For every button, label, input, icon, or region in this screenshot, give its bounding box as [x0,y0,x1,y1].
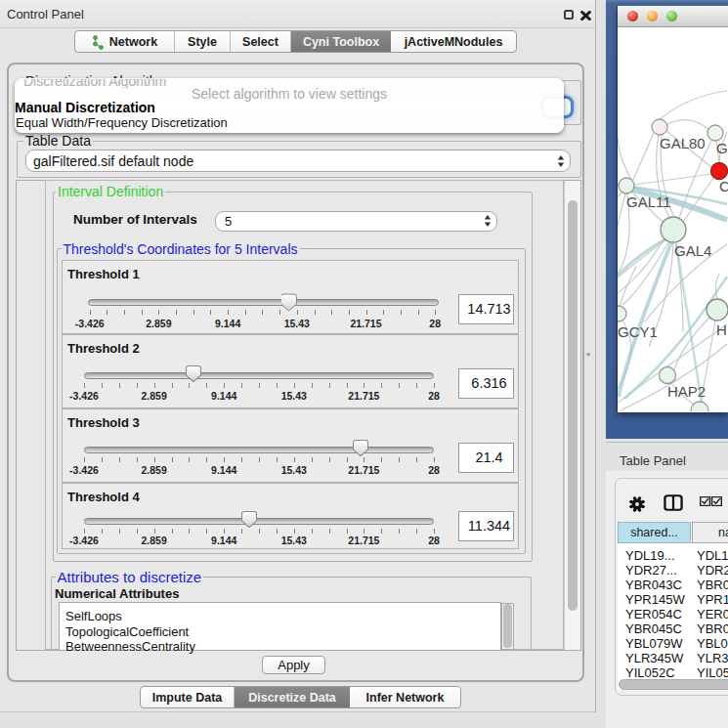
svg-text:GCY1: GCY1 [618,323,658,340]
svg-text:GAL80: GAL80 [660,135,706,151]
svg-text:HAP2: HAP2 [667,383,706,400]
svg-text:GAL11: GAL11 [626,193,671,210]
svg-text:H: H [716,321,727,338]
svg-text:GAL4: GAL4 [674,242,711,259]
svg-text:C: C [719,178,728,194]
svg-text:GA: GA [716,140,728,156]
